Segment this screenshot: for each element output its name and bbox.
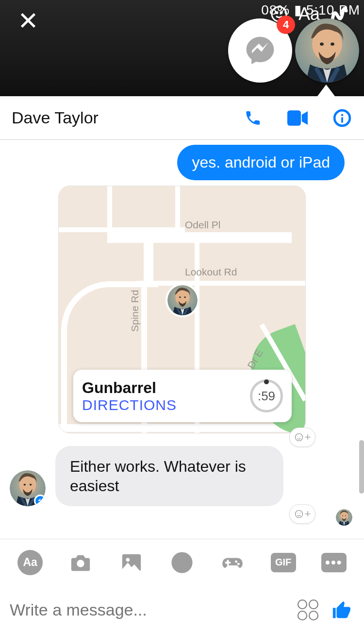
svg-rect-8 — [287, 110, 301, 126]
svg-point-7 — [281, 12, 282, 14]
svg-point-15 — [295, 511, 302, 518]
close-icon[interactable] — [15, 7, 42, 34]
svg-point-14 — [299, 436, 300, 437]
incoming-message[interactable]: Either works. Whatever is easiest — [55, 446, 283, 506]
map-user-pin — [165, 283, 199, 317]
location-title: Gunbarrel — [82, 379, 250, 397]
svg-point-6 — [276, 12, 278, 14]
sticker-grid-icon[interactable] — [298, 600, 318, 620]
reaction-add-icon[interactable]: + — [289, 428, 315, 447]
conversation-header: Dave Taylor — [0, 96, 364, 140]
sender-avatar[interactable] — [10, 470, 46, 506]
svg-point-18 — [77, 560, 84, 567]
voice-call-icon[interactable] — [243, 108, 263, 128]
camera-icon[interactable] — [68, 550, 93, 575]
outgoing-message[interactable]: yes. android or iPad — [177, 145, 345, 180]
svg-point-12 — [295, 434, 302, 441]
svg-point-23 — [183, 559, 186, 562]
svg-point-26 — [235, 560, 237, 563]
svg-point-16 — [297, 513, 298, 514]
thumbs-up-icon[interactable] — [330, 598, 354, 622]
text-tool-button[interactable]: Aa — [17, 550, 43, 575]
map-label-lookout: Lookout Rd — [185, 266, 237, 278]
contact-chathead[interactable] — [295, 18, 359, 83]
svg-point-21 — [173, 553, 191, 571]
svg-point-13 — [297, 436, 298, 437]
info-icon[interactable] — [332, 108, 352, 128]
emoji-icon[interactable] — [169, 550, 195, 575]
message-input[interactable] — [10, 600, 286, 619]
svg-point-10 — [341, 114, 343, 116]
live-location-timer: :59 — [250, 379, 283, 412]
svg-point-22 — [178, 559, 181, 562]
timer-value: :59 — [258, 389, 275, 404]
more-icon[interactable]: ••• — [321, 550, 347, 575]
map-preview[interactable]: Odell Pl Lookout Rd Spine Rd Dr E Gunbar… — [59, 186, 305, 433]
chat-body[interactable]: yes. android or iPad Odell Pl Lookout Rd… — [0, 140, 364, 537]
unread-badge: 4 — [277, 16, 295, 34]
svg-point-20 — [126, 558, 130, 562]
video-call-icon[interactable] — [287, 108, 308, 128]
gallery-icon[interactable] — [119, 550, 144, 575]
messenger-badge-icon — [34, 495, 46, 506]
map-label-odell: Odell Pl — [185, 219, 221, 231]
directions-button[interactable]: DIRECTIONS — [82, 397, 250, 413]
gif-button[interactable]: GIF — [271, 550, 296, 575]
contact-name[interactable]: Dave Taylor — [12, 108, 243, 127]
chat-heads: 4 — [228, 18, 359, 83]
incoming-row: Either works. Whatever is easiest — [10, 446, 283, 506]
svg-point-27 — [237, 563, 240, 565]
chathead-overlay: 08% ▮ 5:10 PM Aa 4 — [0, 0, 364, 96]
games-icon[interactable] — [220, 550, 245, 575]
svg-rect-11 — [341, 117, 343, 122]
svg-rect-25 — [225, 562, 231, 564]
chathead-pointer — [317, 85, 335, 96]
location-info-card[interactable]: Gunbarrel DIRECTIONS :59 — [73, 370, 292, 422]
messenger-chathead[interactable]: 4 — [228, 18, 292, 83]
compose-toolbar: Aa GIF ••• — [0, 539, 364, 585]
svg-point-17 — [299, 513, 300, 514]
message-input-row — [0, 585, 364, 634]
reaction-add-icon[interactable]: + — [289, 504, 315, 524]
map-label-spine: Spine Rd — [129, 290, 141, 332]
seen-indicator-avatar — [336, 509, 352, 526]
location-card[interactable]: Odell Pl Lookout Rd Spine Rd Dr E Gunbar… — [58, 186, 306, 433]
scrollbar-thumb[interactable] — [359, 440, 364, 494]
